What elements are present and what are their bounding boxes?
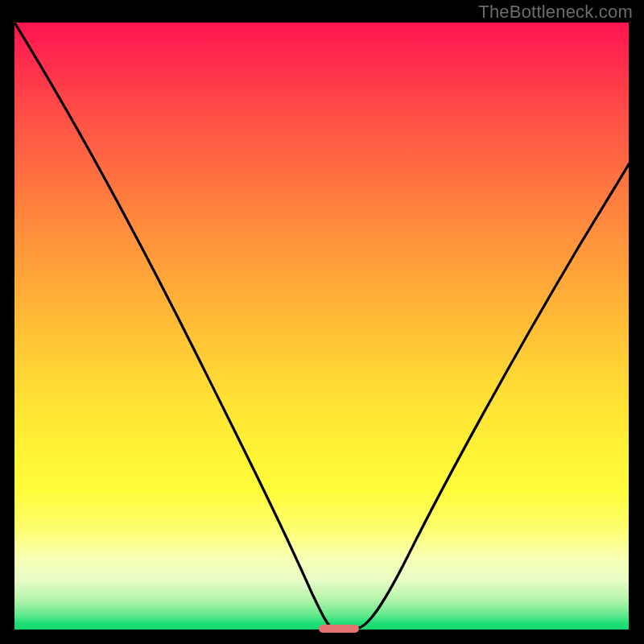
- bottleneck-curve: [14, 23, 629, 630]
- optimum-marker: [319, 625, 359, 633]
- plot-area: [14, 23, 629, 630]
- chart-frame: TheBottleneck.com: [0, 0, 644, 644]
- curve-path: [14, 23, 629, 628]
- watermark-text: TheBottleneck.com: [478, 2, 633, 23]
